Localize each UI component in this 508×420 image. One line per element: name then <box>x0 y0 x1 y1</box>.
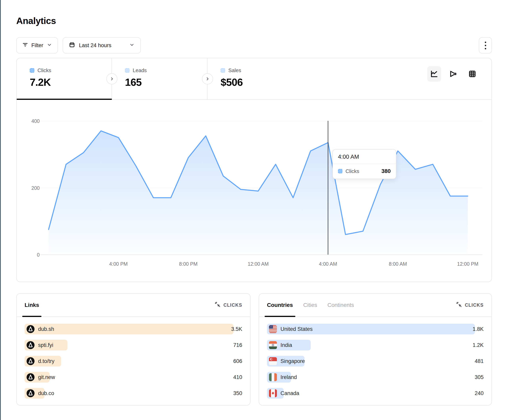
country-row-singapore[interactable]: Singapore 481 <box>267 356 484 367</box>
stats-row: Clicks 7.2K Leads 165 Sales $506 <box>17 58 492 100</box>
row-label: Ireland <box>280 374 297 380</box>
clicks-value: 7.2K <box>30 76 112 88</box>
line-chart-icon[interactable] <box>427 66 441 82</box>
tab-cities[interactable]: Cities <box>303 294 317 317</box>
value-bar <box>25 324 233 334</box>
countries-panel-header: Countries Cities Continents CLICKS <box>259 294 492 317</box>
link-row-d-to-try[interactable]: d.to/try 606 <box>25 356 242 367</box>
row-label: d.to/try <box>38 358 54 364</box>
row-label: dub.sh <box>38 326 54 332</box>
x-tick-label: 12:00 PM <box>452 261 484 267</box>
metric-label: CLICKS <box>465 303 484 308</box>
x-tick-label: 4:00 PM <box>103 261 134 267</box>
row-value: 3.5K <box>231 326 242 332</box>
y-tick-label: 0 <box>22 252 40 258</box>
dub-logo <box>27 357 35 365</box>
tab-label: Continents <box>328 302 354 308</box>
sidebar-edge-strip <box>0 0 1 420</box>
x-tick-label: 8:00 PM <box>172 261 204 267</box>
funnel-chart-icon[interactable] <box>446 66 460 82</box>
row-value: 350 <box>233 390 242 396</box>
tab-countries[interactable]: Countries <box>267 294 293 317</box>
row-value: 606 <box>233 358 242 364</box>
flag-sg-icon <box>269 357 277 365</box>
tab-links[interactable]: Links <box>25 294 39 317</box>
country-row-india[interactable]: India 1.2K <box>267 340 484 350</box>
dub-logo <box>27 373 35 381</box>
tab-clicks[interactable]: Clicks 7.2K <box>17 58 112 100</box>
expand-clicks-button[interactable] <box>106 73 117 84</box>
date-range-label: Last 24 hours <box>79 42 112 49</box>
flag-ie-icon <box>269 373 277 381</box>
sales-value: $506 <box>221 76 307 88</box>
dub-logo <box>27 325 35 333</box>
sales-legend-swatch <box>221 68 225 73</box>
row-value: 305 <box>475 374 484 380</box>
row-value: 240 <box>475 390 484 396</box>
table-icon[interactable] <box>465 66 479 82</box>
filter-button-label: Filter <box>31 42 43 49</box>
row-value: 1.2K <box>472 342 484 348</box>
row-value: 481 <box>475 358 484 364</box>
tab-label: Countries <box>267 302 293 308</box>
countries-list: United States 1.8K India 1.2K Singapore … <box>267 324 484 404</box>
dub-logo <box>27 389 35 397</box>
row-value: 716 <box>233 342 242 348</box>
country-row-ireland[interactable]: Ireland 305 <box>267 372 484 383</box>
links-metric[interactable]: CLICKS <box>215 302 242 309</box>
tooltip-series-label: Clicks <box>345 168 359 174</box>
country-row-united-states[interactable]: United States 1.8K <box>267 324 484 334</box>
clicks-legend-swatch <box>30 68 34 73</box>
row-label: United States <box>280 326 313 332</box>
link-row-dub-co[interactable]: dub.co 350 <box>25 388 242 398</box>
cursor-click-icon <box>215 302 221 309</box>
links-panel-header: Links CLICKS <box>17 294 250 317</box>
flag-ca-icon <box>269 389 277 397</box>
links-list: dub.sh 3.5K spti.fyi 716 d.to/try 606 gi… <box>25 324 242 404</box>
tab-label: Cities <box>303 302 317 308</box>
link-row-git-new[interactable]: git.new 410 <box>25 372 242 383</box>
clicks-timeseries-chart[interactable]: 0200400 4:00 PM8:00 PM12:00 AM4:00 AM8:0… <box>17 100 492 282</box>
gridline-0 <box>40 254 482 255</box>
tooltip-value: 380 <box>381 168 391 174</box>
calendar-icon <box>69 42 75 49</box>
tab-continents[interactable]: Continents <box>328 294 354 317</box>
page-title: Analytics <box>16 15 56 26</box>
tab-sales[interactable]: Sales $506 <box>208 58 307 100</box>
cursor-click-icon <box>456 302 462 309</box>
stat-label: Clicks <box>37 67 51 73</box>
expand-leads-button[interactable] <box>202 73 213 84</box>
y-tick-label: 200 <box>22 185 40 191</box>
more-options-button[interactable] <box>479 37 492 53</box>
countries-metric[interactable]: CLICKS <box>456 302 484 309</box>
tab-leads[interactable]: Leads 165 <box>112 58 208 100</box>
toolbar: Filter Last 24 hours <box>16 37 492 53</box>
link-row-dub-sh[interactable]: dub.sh 3.5K <box>25 324 242 334</box>
stat-label: Sales <box>228 67 241 73</box>
row-label: spti.fyi <box>38 342 53 348</box>
row-value: 1.8K <box>472 326 484 332</box>
countries-panel: Countries Cities Continents CLICKS Unite… <box>259 293 492 406</box>
y-tick-label: 400 <box>22 118 40 124</box>
country-row-canada[interactable]: Canada 240 <box>267 388 484 398</box>
row-label: India <box>280 342 292 348</box>
dub-logo <box>27 341 35 349</box>
chevron-down-icon <box>129 42 134 49</box>
flag-us-icon <box>269 325 277 333</box>
row-label: dub.co <box>38 390 54 396</box>
filter-icon <box>22 42 28 49</box>
row-label: Canada <box>280 390 299 396</box>
chevron-down-icon <box>47 42 52 49</box>
stat-label: Leads <box>133 67 147 73</box>
leads-value: 165 <box>125 76 207 88</box>
filter-button[interactable]: Filter <box>16 37 58 53</box>
row-label: git.new <box>38 374 55 380</box>
row-value: 410 <box>233 374 242 380</box>
tab-label: Links <box>25 302 39 308</box>
analytics-card: Clicks 7.2K Leads 165 Sales $506 <box>16 58 492 282</box>
x-tick-label: 8:00 AM <box>382 261 414 267</box>
chart-tooltip: 4:00 AM Clicks 380 <box>332 149 396 179</box>
link-row-spti-fyi[interactable]: spti.fyi 716 <box>25 340 242 350</box>
date-range-button[interactable]: Last 24 hours <box>63 37 141 53</box>
leads-legend-swatch <box>125 68 129 73</box>
